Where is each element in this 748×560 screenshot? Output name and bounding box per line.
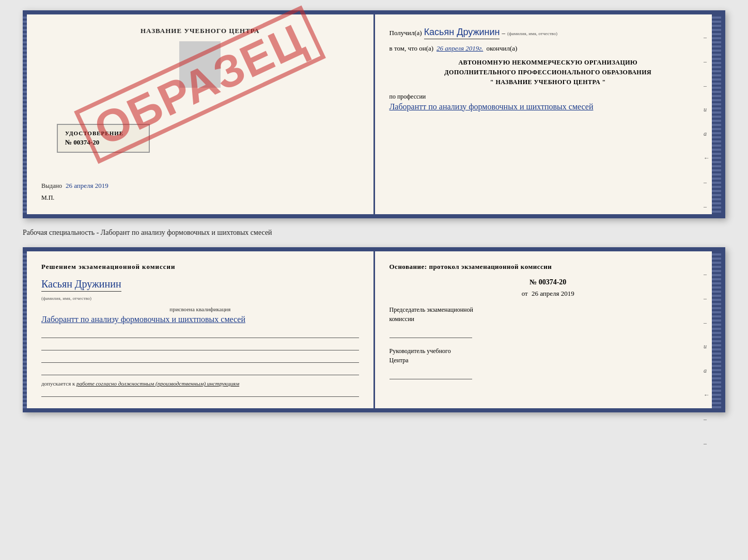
spine-left bbox=[23, 14, 27, 214]
subtitle-line: Рабочая специальность - Лаборант по анал… bbox=[23, 227, 725, 239]
photo-placeholder bbox=[179, 41, 221, 88]
cert-right-page: Получил(а) Касьян Дружинин – (фамилия, и… bbox=[375, 14, 722, 214]
ot-date: от 26 апреля 2019 bbox=[389, 290, 707, 298]
spine-left-bottom bbox=[23, 251, 27, 408]
cert-title: НАЗВАНИЕ УЧЕБНОГО ЦЕНТРА bbox=[41, 27, 359, 35]
vtom-line: в том, что он(а) 26 апреля 2019г. окончи… bbox=[389, 44, 707, 53]
dash-i: и bbox=[704, 102, 710, 117]
dash-a: а bbox=[704, 126, 710, 141]
dash-b2: – bbox=[704, 291, 710, 306]
udostoverenie-block: УДОСТОВЕРЕНИЕ № 00374-20 bbox=[57, 124, 150, 153]
dopuskaetsya-block: допускается к работе согласно должностны… bbox=[41, 380, 359, 387]
underlines-bottom bbox=[41, 390, 359, 397]
poluchil-line: Получил(а) Касьян Дружинин – (фамилия, и… bbox=[389, 27, 707, 39]
dopuskaetsya-label: допускается к bbox=[41, 380, 75, 387]
prisvoena-label: присвоена квалификация bbox=[41, 306, 359, 312]
rukovoditel-line1: Руководитель учебного bbox=[389, 346, 707, 356]
rukovoditel-sig-line bbox=[389, 369, 472, 379]
underlines bbox=[41, 331, 359, 375]
kasyan-name-block: Касьян Дружинин (фамилия, имя, отчество) bbox=[41, 278, 359, 302]
org-line1: АВТОНОМНУЮ НЕКОММЕРЧЕСКУЮ ОРГАНИЗАЦИЮ bbox=[389, 58, 707, 68]
dash-barrow: ← bbox=[704, 388, 710, 403]
qualification-text: Лаборантт по анализу формовочных и шихтп… bbox=[41, 313, 359, 326]
bottom-left-page: Решением экзаменационной комиссии Касьян… bbox=[27, 251, 375, 408]
dash-2: – bbox=[704, 54, 710, 69]
bottom-certificate-book: Решением экзаменационной комиссии Касьян… bbox=[23, 247, 725, 412]
poluchil-label: Получил(а) bbox=[389, 29, 422, 37]
kasyan-name: Касьян Дружинин bbox=[41, 278, 121, 292]
cert-left-page: НАЗВАНИЕ УЧЕБНОГО ЦЕНТРА ОБРАЗЕЦ УДОСТОВ… bbox=[27, 14, 375, 214]
dash-b1: – bbox=[704, 267, 710, 282]
osnovanie-title: Основание: протокол экзаменационной коми… bbox=[389, 263, 707, 271]
vydano-line: Выдано 26 апреля 2019 bbox=[41, 182, 359, 190]
dash-b5: – bbox=[704, 436, 710, 451]
ot-date-value: 26 апреля 2019 bbox=[532, 290, 574, 297]
rukovoditel-block: Руководитель учебного Центра bbox=[389, 346, 707, 379]
profession-text: Лаборантт по анализу формовочных и шихтп… bbox=[389, 101, 707, 113]
vydano-date: 26 апреля 2019 bbox=[66, 182, 108, 189]
underline-4 bbox=[41, 368, 359, 375]
org-block: АВТОНОМНУЮ НЕКОММЕРЧЕСКУЮ ОРГАНИЗАЦИЮ ДО… bbox=[389, 58, 707, 88]
resheniem-title: Решением экзаменационной комиссии bbox=[41, 263, 359, 271]
protocol-number: № 00374-20 bbox=[389, 278, 707, 286]
po-professii-label: по профессии bbox=[389, 93, 426, 100]
underline-2 bbox=[41, 343, 359, 350]
right-dashes: – – – и а ← – – bbox=[704, 30, 710, 214]
dopuskaetsya-text: работе согласно должностным (производств… bbox=[76, 380, 239, 387]
org-line3: " НАЗВАНИЕ УЧЕБНОГО ЦЕНТРА " bbox=[389, 77, 707, 87]
vydano-label: Выдано bbox=[41, 182, 62, 189]
dash-1: – bbox=[704, 30, 710, 45]
mp-line: М.П. bbox=[41, 194, 359, 202]
fio-label-top: (фамилия, имя, отчество) bbox=[507, 31, 557, 36]
dash-bi: и bbox=[704, 339, 710, 354]
dash-b3: – bbox=[704, 315, 710, 330]
dash-4: – bbox=[704, 175, 710, 190]
dash-b4: – bbox=[704, 412, 710, 427]
dash-5: – bbox=[704, 199, 710, 214]
bottom-right-page: Основание: протокол экзаменационной коми… bbox=[375, 251, 722, 408]
dash-ba: а bbox=[704, 363, 710, 378]
predsedatel-sig-line bbox=[389, 328, 472, 338]
profesia-block: по профессии Лаборантт по анализу формов… bbox=[389, 93, 707, 113]
poluchil-name: Касьян Дружинин bbox=[424, 27, 500, 39]
right-dashes-bottom: – – – и а ← – – bbox=[704, 267, 710, 451]
predsedatel-block: Председатель экзаменационной комиссии bbox=[389, 305, 707, 338]
predsedatel-line1: Председатель экзаменационной bbox=[389, 305, 707, 314]
underline-b1 bbox=[41, 390, 359, 397]
ot-label: от bbox=[522, 290, 528, 297]
dash-3: – bbox=[704, 78, 710, 93]
udostoverenie-label: УДОСТОВЕРЕНИЕ bbox=[65, 130, 142, 136]
rukovoditel-line2: Центра bbox=[389, 356, 707, 365]
org-line2: ДОПОЛНИТЕЛЬНОГО ПРОФЕССИОНАЛЬНОГО ОБРАЗО… bbox=[389, 68, 707, 77]
underline-1 bbox=[41, 331, 359, 338]
okonchil-label: окончил(а) bbox=[486, 44, 517, 53]
udostoverenie-number: № 00374-20 bbox=[65, 138, 142, 147]
spine-right-top bbox=[712, 14, 721, 214]
predsedatel-line2: комиссии bbox=[389, 314, 707, 324]
vtom-date: 26 апреля 2019г. bbox=[437, 44, 483, 53]
fio-label-bottom: (фамилия, имя, отчество) bbox=[41, 296, 91, 301]
top-certificate-book: НАЗВАНИЕ УЧЕБНОГО ЦЕНТРА ОБРАЗЕЦ УДОСТОВ… bbox=[23, 10, 725, 218]
dash-label: – bbox=[502, 29, 505, 37]
underline-3 bbox=[41, 356, 359, 363]
spine-right-bottom bbox=[712, 251, 721, 408]
vtom-label: в том, что он(а) bbox=[389, 44, 434, 53]
dash-arrow: ← bbox=[704, 151, 710, 166]
